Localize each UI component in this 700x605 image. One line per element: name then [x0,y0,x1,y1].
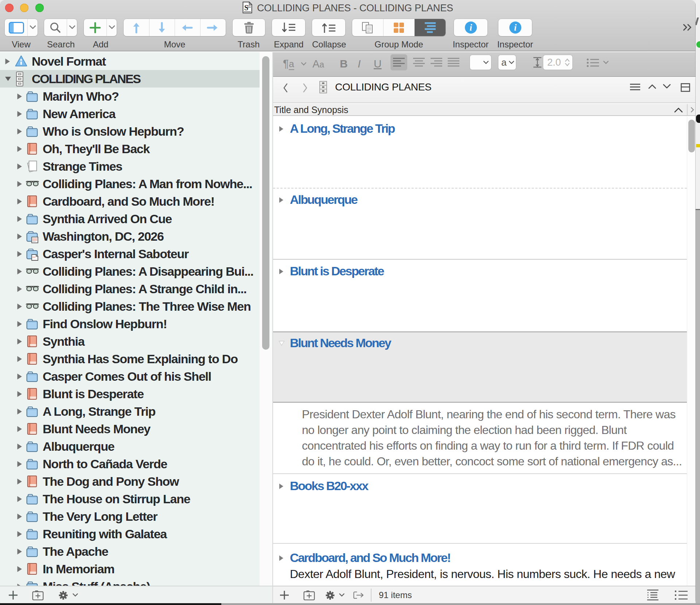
svg-text:S: S [244,4,248,12]
svg-text:i: i [514,23,517,32]
svg-text:i: i [470,23,472,32]
